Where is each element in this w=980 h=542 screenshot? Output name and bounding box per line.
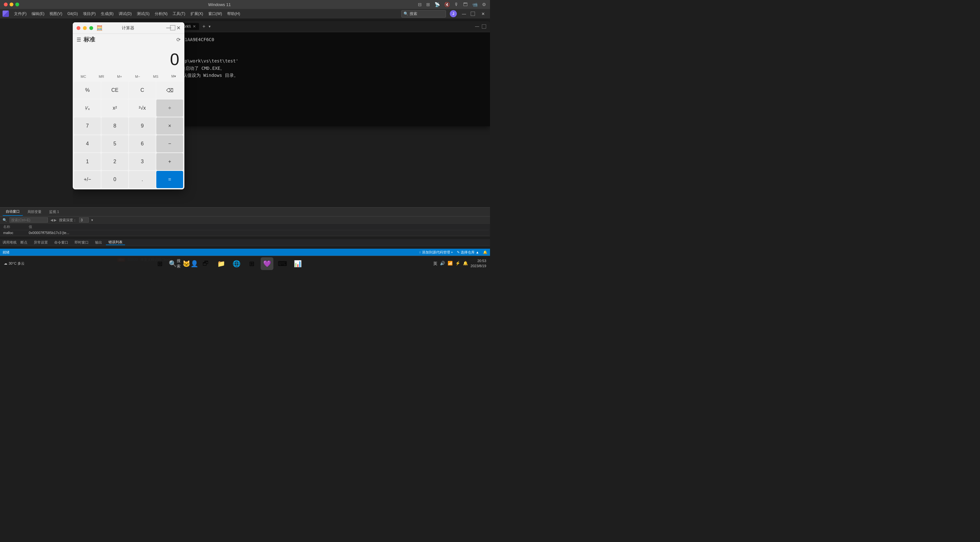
calc-key-8[interactable]: 8 [102,117,128,135]
calc-win-min-btn[interactable]: — [166,25,171,31]
calc-key-4[interactable]: 4 [74,135,101,152]
notification-icon[interactable]: 🔔 [463,261,468,266]
tab-command[interactable]: 命令窗口 [52,240,71,245]
taskbar-calc-btn[interactable]: 📊 [291,257,304,270]
terminal-tab-close[interactable]: ✕ [192,24,196,29]
calc-key-5[interactable]: 5 [102,135,128,152]
tab-breakpoints[interactable]: 断点 [18,240,30,245]
terminal-minimize-btn[interactable]: — [473,23,482,30]
settings-icon[interactable]: ⚙ [482,2,486,7]
vs-close-btn[interactable]: ✕ [479,11,487,17]
tab-call-stack[interactable]: 调用堆栈 [3,240,17,245]
taskbar-windows-btn[interactable]: ⊞ [153,257,166,270]
tab-output[interactable]: 输出 [92,240,105,245]
calc-menu-btn[interactable]: ☰ [76,36,81,43]
calc-mplus-btn[interactable]: M+ [111,73,128,80]
calc-maximize-btn[interactable] [89,26,93,30]
taskbar-search-btn[interactable]: 🔍 搜索 [169,257,181,270]
calc-close-btn[interactable] [76,26,80,30]
watch-search-input[interactable] [10,217,48,222]
taskbar-vs-btn[interactable]: 💜 [261,257,274,270]
vs-search-bar[interactable]: 🔍 搜索 [401,10,446,17]
menu-extensions[interactable]: 扩展(X) [188,10,206,18]
menu-test[interactable]: 测试(S) [134,10,152,18]
tab-immediate[interactable]: 即时窗口 [72,240,91,245]
calc-key-[interactable]: × [156,117,183,135]
tab-watch[interactable]: 监视 1 [46,208,62,216]
calc-key-2[interactable]: 2 [102,153,128,170]
calc-win-close-btn[interactable]: ✕ [177,25,181,31]
status-source-control[interactable]: ↑ 添加到源代码管理 + [419,250,453,255]
taskbar-taskview-btn[interactable]: 🗗 [199,257,212,270]
mac-maximize-btn[interactable] [15,3,19,6]
calc-key-CE[interactable]: CE [102,82,128,99]
menu-file[interactable]: 文件(F) [11,10,29,18]
calc-key-[interactable]: + [156,153,183,170]
system-icon-1[interactable]: ⊟ [418,2,422,7]
user-avatar[interactable]: J [450,10,457,17]
calc-key-9[interactable]: 9 [129,117,156,135]
tab-exception[interactable]: 异常设置 [31,240,50,245]
volume-icon[interactable]: 🔇 [444,2,450,7]
terminal-body[interactable]: malloc addr: 000001AA9E4CF6C0 hello worl… [132,32,490,126]
calc-key-x[interactable]: ²√x [129,100,156,117]
menu-analyze[interactable]: 分析(N) [152,10,170,18]
tab-auto-window[interactable]: 自动窗口 [3,208,23,216]
taskbar-widgets-btn[interactable]: 🐱‍👤 [184,257,197,270]
calc-ms-btn[interactable]: MS [147,73,165,80]
menu-tools[interactable]: 工具(T) [170,10,188,18]
calc-key-0[interactable]: 0 [102,171,128,188]
tab-locals[interactable]: 局部变量 [24,208,45,216]
calc-mc-btn[interactable]: MC [75,73,92,80]
calc-key-[interactable]: = [156,171,183,188]
taskbar-store-btn[interactable]: ⊞ [245,257,258,270]
depth-input[interactable] [79,217,89,222]
calc-key-[interactable]: ¹⁄ₓ [74,100,101,117]
menu-view[interactable]: 视图(V) [47,10,65,18]
screen-icon[interactable]: 🗔 [463,2,468,7]
menu-edit[interactable]: 编辑(E) [29,10,47,18]
vs-minimize-btn[interactable]: — [460,11,469,17]
taskbar-weather[interactable]: ☁ 30°C 多云 [4,261,25,266]
system-icon-2[interactable]: ⊞ [426,2,430,7]
calc-key-6[interactable]: 6 [129,135,156,152]
menu-debug[interactable]: 调试(D) [116,10,134,18]
mac-close-btn[interactable] [4,3,8,6]
calc-minimize-btn[interactable] [83,26,87,30]
calc-mlist-btn[interactable]: M▾ [165,73,183,80]
calc-key-[interactable]: ⌫ [156,82,183,99]
calc-key-C[interactable]: C [129,82,156,99]
menu-git[interactable]: Git(G) [65,10,80,17]
taskbar-edge-btn[interactable]: 🌐 [230,257,243,270]
calc-key-x[interactable]: x² [102,100,128,117]
terminal-maximize-btn[interactable]: ⃞ [482,23,487,30]
tab-error-list[interactable]: 错误列表 [106,240,125,245]
status-notification[interactable]: 🔔 [483,250,487,255]
calc-key-1[interactable]: 1 [74,153,101,170]
calc-history-btn[interactable]: ⟳ [177,36,181,43]
volume-icon[interactable]: 🔊 [440,261,445,266]
calc-mminus-btn[interactable]: M− [129,73,146,80]
vs-restore-btn[interactable]: ⃞ [471,11,476,17]
menu-project[interactable]: 项目(P) [80,10,98,18]
taskbar-explorer-btn[interactable]: 📁 [215,257,228,270]
camera-icon[interactable]: 📹 [472,2,477,7]
battery-icon[interactable]: ⚡ [455,261,460,266]
menu-window[interactable]: 窗口(W) [206,10,224,18]
terminal-tab-dropdown[interactable]: ▾ [208,24,210,29]
menu-build[interactable]: 生成(B) [98,10,116,18]
depth-dropdown[interactable]: ▾ [91,218,93,222]
status-repo[interactable]: ✎ 选择仓库 ▲ [457,250,479,255]
terminal-new-tab-btn[interactable]: + [200,24,207,29]
calc-key-[interactable]: +/− [74,171,101,188]
calc-key-[interactable]: % [74,82,101,99]
network-icon[interactable]: 📶 [447,261,453,266]
mac-minimize-btn[interactable] [10,3,13,6]
calc-key-7[interactable]: 7 [74,117,101,135]
taskbar-terminal-btn[interactable]: ⌨ [276,257,289,270]
calc-key-[interactable]: ÷ [156,100,183,117]
language-icon[interactable]: 英 [433,261,438,266]
mic-icon[interactable]: 🎙 [454,2,459,7]
menu-help[interactable]: 帮助(H) [224,10,243,18]
taskbar-clock[interactable]: 20:53 2023/8/19 [471,258,486,268]
